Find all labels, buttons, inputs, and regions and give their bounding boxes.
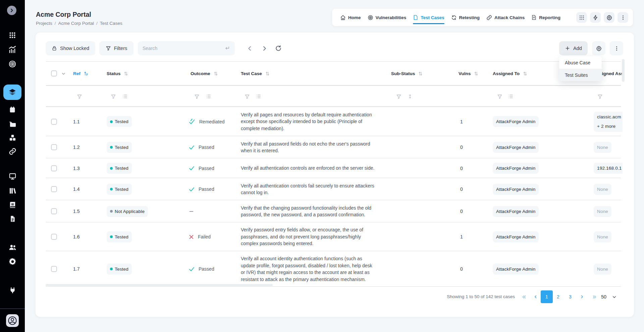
tab-reporting[interactable]: Reporting (528, 9, 564, 26)
column-header-substatus[interactable]: Sub-Status (391, 62, 423, 85)
menu-item-test-suites[interactable]: Test Suites (559, 69, 602, 81)
row-checkbox-cell (51, 222, 57, 251)
sidebar-item-dice[interactable] (0, 131, 25, 144)
sidebar-item-monitor[interactable] (0, 169, 25, 183)
column-header-testcase[interactable]: Test Case (241, 62, 270, 85)
filter-testcase-list[interactable] (256, 86, 261, 107)
filter-substatus-funnel[interactable] (396, 86, 401, 107)
sidebar-layers-icon (8, 88, 17, 97)
filter-substatus-updown[interactable] (408, 86, 413, 107)
row-checkbox[interactable] (51, 208, 57, 214)
tab-vulnerabilities[interactable]: Vulnerabilities (364, 9, 410, 26)
filter-ref-funnel[interactable] (77, 86, 82, 107)
sidebar-item-folder[interactable] (0, 117, 25, 130)
menu-item-abuse-case[interactable]: Abuse Case (559, 56, 602, 69)
asset-badge: classic.acm+ 2 more (594, 112, 623, 132)
vertical-scrollbar[interactable] (622, 59, 625, 82)
kebab-icon (620, 15, 626, 20)
sidebar-item-apps-grid[interactable] (0, 29, 25, 42)
sidebar-item-clipboard[interactable] (0, 103, 25, 116)
sidebar-item-layers-active[interactable] (3, 85, 21, 100)
status-badge: Tested (107, 163, 132, 174)
tab-home[interactable]: Home (337, 9, 364, 26)
breadcrumb[interactable]: Projects/Acme Corp Portal/Test Cases (36, 21, 122, 26)
column-header-ref[interactable]: Ref (73, 62, 89, 85)
assigned-to-badge: AttackForge Admin (493, 142, 539, 153)
breadcrumb-item[interactable]: Acme Corp Portal (58, 21, 94, 26)
page-button-3[interactable]: 3 (564, 290, 576, 303)
cell-outcome (189, 200, 194, 222)
tab-attack-chains[interactable]: Attack Chains (483, 9, 528, 26)
filter-status-funnel[interactable] (111, 86, 116, 107)
sidebar-item-gear[interactable] (0, 255, 25, 268)
prev-page-button[interactable] (530, 290, 542, 303)
breadcrumb-item[interactable]: Projects (36, 21, 52, 26)
avatar[interactable] (6, 314, 19, 327)
filter-assignedto-funnel[interactable] (497, 86, 502, 107)
horizontal-scrollbar[interactable] (46, 284, 273, 286)
asset-line: + 2 more (597, 122, 615, 131)
outcome-label: Passed (199, 166, 214, 171)
assigned-to-badge: AttackForge Admin (493, 116, 539, 127)
breadcrumb-item[interactable]: Test Cases (100, 21, 122, 26)
table-row-1.3[interactable]: 1.3TestedPassedVerify all authentication… (36, 158, 623, 178)
next-page-button[interactable] (576, 290, 588, 303)
filter-outcome-funnel[interactable] (194, 86, 200, 107)
sidebar-item-plug[interactable] (0, 283, 25, 297)
row-checkbox[interactable] (51, 144, 57, 150)
sidebar-item-chain[interactable] (0, 145, 25, 158)
outcome-label: Failed (198, 234, 211, 239)
status-dot (110, 235, 113, 238)
page-size-select[interactable]: 50 (601, 290, 617, 303)
row-checkbox[interactable] (51, 119, 57, 125)
sidebar-book-icon (9, 201, 16, 209)
filter-testcase-funnel[interactable] (245, 86, 250, 107)
next-page-icon (580, 294, 584, 299)
row-checkbox[interactable] (51, 186, 57, 192)
row-checkbox[interactable] (51, 234, 57, 240)
sort-icon (418, 71, 423, 76)
sidebar-collapse-button[interactable] (7, 6, 16, 15)
page-button-1[interactable]: 1 (541, 290, 553, 303)
select-all-checkbox[interactable] (51, 70, 57, 76)
vulns-count: 0 (460, 166, 463, 171)
first-page-button[interactable] (518, 290, 530, 303)
sidebar-item-file-text[interactable] (0, 212, 25, 225)
nav-action-gear-o-button[interactable] (604, 12, 614, 23)
table-row-1.2[interactable]: 1.2TestedPassedVerify that all password … (36, 136, 623, 158)
row-checkbox[interactable] (51, 165, 57, 171)
column-header-assignedto[interactable]: Assigned To (493, 62, 528, 85)
filter-outcome-list[interactable] (206, 86, 211, 107)
column-header-vulns[interactable]: Vulns (459, 62, 479, 85)
table-row-1.7[interactable]: 1.7TestedPassedVerify all account identi… (36, 251, 623, 287)
filter-assignedto-list[interactable] (508, 86, 514, 107)
status-dot (110, 120, 113, 123)
status-dot (110, 146, 113, 149)
sidebar-item-analytics[interactable] (0, 43, 25, 56)
tab-retesting[interactable]: Retesting (448, 9, 483, 26)
list-icon (508, 94, 514, 99)
page-button-2[interactable]: 2 (552, 290, 564, 303)
table-row-1.6[interactable]: 1.6TestedFailedVerify password entry fie… (36, 222, 623, 251)
sidebar-item-library[interactable] (0, 184, 25, 197)
last-page-button[interactable] (588, 290, 600, 303)
sidebar-item-bullseye[interactable] (0, 57, 25, 71)
table-row-1.5[interactable]: 1.5Not ApplicableVerify that the changin… (36, 200, 623, 222)
filter-status-list[interactable] (122, 86, 128, 107)
filter-assets-funnel[interactable] (597, 86, 603, 107)
sidebar-clipboard-icon (9, 106, 16, 113)
cell-vulns: 0 (460, 136, 463, 158)
column-header-outcome[interactable]: Outcome (191, 62, 218, 85)
nav-action-bolt-button[interactable] (590, 12, 601, 23)
sidebar-item-book[interactable] (0, 198, 25, 211)
column-header-status[interactable]: Status (107, 62, 128, 85)
nav-action-kebab-button[interactable] (618, 12, 628, 23)
nav-action-apps-dots-button[interactable] (576, 12, 587, 23)
tab-test-cases[interactable]: Test Cases (410, 9, 447, 26)
sidebar-item-users[interactable] (0, 240, 25, 254)
select-menu-caret[interactable] (61, 62, 66, 85)
table-row-1.4[interactable]: 1.4TestedPassedVerify all authentication… (36, 178, 623, 200)
outcome-remediated-icon (189, 118, 196, 125)
row-checkbox[interactable] (51, 266, 57, 272)
table-row-1.1[interactable]: 1.1TestedRemediatedVerify all pages and … (36, 107, 623, 136)
